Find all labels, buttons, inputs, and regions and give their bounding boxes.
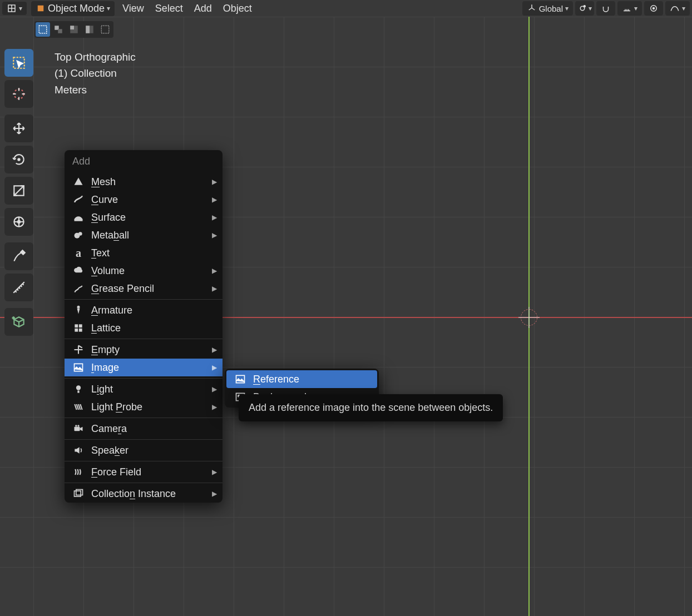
mode-dropdown[interactable]: Object Mode ▾ (31, 1, 115, 16)
snap-toggle[interactable] (596, 1, 615, 16)
svg-point-4 (653, 8, 655, 9)
mode-label: Object Mode (48, 3, 105, 14)
svg-rect-29 (75, 427, 80, 431)
tool-scale[interactable] (4, 177, 33, 205)
svg-rect-9 (70, 26, 74, 29)
svg-point-15 (18, 158, 19, 160)
add-menu-armature[interactable]: Armature (65, 301, 223, 319)
add-menu-text[interactable]: a Text (65, 244, 223, 262)
orientation-dropdown[interactable]: Global ▾ (522, 1, 573, 16)
menu-select[interactable]: Select (152, 2, 186, 16)
add-menu-force-field[interactable]: Force Field ▶ (65, 463, 223, 481)
viewport-overlays-dropdown[interactable]: ▾ (2, 2, 27, 15)
select-mode-3[interactable] (67, 22, 81, 37)
add-menu-surface[interactable]: Surface ▶ (65, 208, 223, 226)
menu-label: Reference (253, 374, 299, 385)
collection-icon (72, 488, 85, 500)
add-menu-camera[interactable]: Camera (65, 420, 223, 438)
proportional-edit-toggle[interactable] (644, 1, 663, 16)
add-menu-image[interactable]: Image ▶ (65, 359, 223, 376)
svg-point-30 (75, 425, 77, 426)
submenu-arrow-icon: ▶ (212, 385, 217, 393)
tool-rotate[interactable] (4, 146, 33, 173)
reference-image-icon (234, 373, 246, 385)
lightprobe-icon (72, 401, 85, 413)
svg-point-21 (77, 306, 80, 309)
chevron-down-icon: ▾ (107, 4, 110, 12)
menu-add[interactable]: Add (191, 2, 215, 16)
tool-annotate[interactable] (4, 242, 33, 270)
add-menu-curve[interactable]: Curve ▶ (65, 191, 223, 208)
add-menu-light[interactable]: Light ▶ (65, 380, 223, 398)
pivot-dropdown[interactable]: ▾ (575, 1, 594, 16)
tool-transform[interactable] (4, 208, 33, 236)
svg-rect-11 (86, 26, 90, 33)
submenu-arrow-icon: ▶ (212, 403, 217, 411)
svg-rect-5 (39, 26, 47, 33)
svg-point-20 (78, 232, 82, 236)
viewport-overlay-info: Top Orthographic (1) Collection Meters (55, 49, 136, 98)
add-menu-light-probe[interactable]: Light Probe ▶ (65, 398, 223, 416)
svg-rect-33 (76, 490, 83, 495)
menu-label: Speaker (91, 445, 128, 456)
add-menu-grease-pencil[interactable]: Grease Pencil ▶ (65, 280, 223, 297)
viewport-header: ▾ Object Mode ▾ View Select Add Object G… (0, 0, 692, 17)
add-menu-mesh[interactable]: Mesh ▶ (65, 173, 223, 191)
tool-shelf (4, 49, 34, 336)
svg-rect-12 (101, 26, 109, 33)
mesh-icon (72, 176, 85, 188)
chevron-down-icon: ▾ (19, 4, 22, 12)
add-menu-lattice[interactable]: Lattice (65, 319, 223, 337)
cursor-3d (521, 309, 537, 326)
menu-label: Surface (91, 212, 126, 223)
overlay-line-view: Top Orthographic (55, 49, 136, 65)
select-mode-4[interactable] (82, 22, 97, 37)
add-menu-collection-instance[interactable]: Collection Instance ▶ (65, 485, 223, 503)
menu-label: Force Field (91, 466, 141, 478)
select-mode-1[interactable] (36, 22, 50, 37)
svg-rect-0 (38, 6, 44, 12)
svg-point-27 (76, 385, 81, 390)
menu-label: Light (91, 384, 113, 395)
tool-select-box[interactable] (4, 49, 33, 77)
add-menu-metaball[interactable]: Metaball ▶ (65, 226, 223, 244)
armature-icon (72, 304, 85, 316)
chevron-down-icon: ▾ (565, 4, 569, 12)
svg-rect-7 (58, 29, 62, 33)
svg-rect-24 (75, 329, 78, 332)
forcefield-icon (72, 466, 85, 478)
svg-rect-25 (79, 329, 82, 332)
add-menu-empty[interactable]: Empty ▶ (65, 341, 223, 359)
submenu-arrow-icon: ▶ (212, 178, 217, 186)
surface-icon (72, 211, 85, 223)
svg-rect-22 (75, 324, 78, 327)
submenu-reference[interactable]: Reference (226, 370, 377, 388)
camera-icon (72, 423, 85, 435)
select-mode-5[interactable] (98, 22, 112, 37)
svg-point-2 (584, 6, 585, 7)
header-right-cluster: Global ▾ ▾ ▾ ▾ (522, 1, 690, 16)
object-mode-icon (36, 3, 46, 13)
svg-rect-32 (75, 491, 81, 496)
submenu-arrow-icon: ▶ (212, 346, 217, 354)
add-menu-volume[interactable]: Volume ▶ (65, 262, 223, 280)
select-mode-strip (34, 21, 113, 38)
menu-label: Image (91, 362, 119, 374)
tool-measure[interactable] (4, 274, 33, 301)
submenu-arrow-icon: ▶ (212, 468, 217, 476)
add-menu-speaker[interactable]: Speaker (65, 441, 223, 459)
svg-rect-23 (79, 324, 82, 327)
text-icon: a (72, 247, 85, 259)
menu-label: Camera (91, 423, 127, 435)
tool-cursor[interactable] (4, 80, 33, 108)
empty-icon (72, 344, 85, 356)
select-mode-2[interactable] (51, 22, 66, 37)
menu-object[interactable]: Object (220, 2, 255, 16)
menu-label: Volume (91, 265, 125, 277)
menu-view[interactable]: View (119, 2, 147, 16)
snap-dropdown[interactable]: ▾ (617, 1, 642, 16)
tool-move[interactable] (4, 115, 33, 142)
tool-add-cube[interactable] (4, 308, 33, 336)
orientation-label: Global (539, 4, 563, 13)
proportional-falloff-dropdown[interactable]: ▾ (665, 1, 690, 16)
